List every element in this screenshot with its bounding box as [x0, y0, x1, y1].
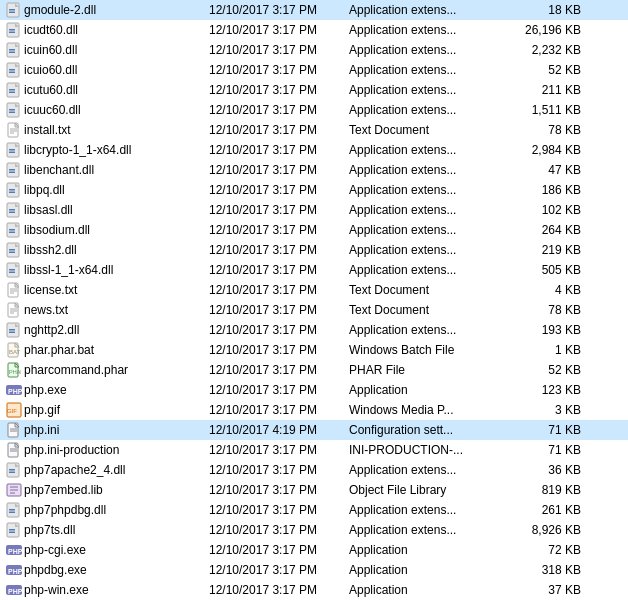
- table-row[interactable]: PHP php.exe 12/10/2017 3:17 PM Applicati…: [0, 380, 628, 400]
- table-row[interactable]: PHAR pharcommand.phar 12/10/2017 3:17 PM…: [0, 360, 628, 380]
- file-name: phar.phar.bat: [24, 343, 209, 357]
- file-name: libcrypto-1_1-x64.dll: [24, 143, 209, 157]
- svg-rect-48: [9, 232, 15, 234]
- file-date: 12/10/2017 3:17 PM: [209, 523, 349, 537]
- table-row[interactable]: PHP php-cgi.exe 12/10/2017 3:17 PM Appli…: [0, 540, 628, 560]
- table-row[interactable]: libpq.dll 12/10/2017 3:17 PM Application…: [0, 180, 628, 200]
- file-size: 78 KB: [509, 123, 589, 137]
- svg-rect-19: [9, 92, 15, 94]
- table-row[interactable]: icuio60.dll 12/10/2017 3:17 PM Applicati…: [0, 60, 628, 80]
- table-row[interactable]: php.ini 12/10/2017 4:19 PM Configuration…: [0, 420, 628, 440]
- file-size: 123 KB: [509, 383, 589, 397]
- file-size: 261 KB: [509, 503, 589, 517]
- file-icon: GIF: [4, 402, 24, 418]
- file-name: php.ini: [24, 423, 209, 437]
- file-type: Application extens...: [349, 103, 509, 117]
- table-row[interactable]: php7phpdbg.dll 12/10/2017 3:17 PM Applic…: [0, 500, 628, 520]
- file-date: 12/10/2017 3:17 PM: [209, 443, 349, 457]
- file-date: 12/10/2017 3:17 PM: [209, 463, 349, 477]
- table-row[interactable]: gmodule-2.dll 12/10/2017 3:17 PM Applica…: [0, 0, 628, 20]
- svg-rect-100: [9, 512, 15, 514]
- file-size: 102 KB: [509, 203, 589, 217]
- table-row[interactable]: icudt60.dll 12/10/2017 3:17 PM Applicati…: [0, 20, 628, 40]
- file-type: Application extens...: [349, 243, 509, 257]
- file-icon: [4, 462, 24, 478]
- file-name: gmodule-2.dll: [24, 3, 209, 17]
- table-row[interactable]: libcrypto-1_1-x64.dll 12/10/2017 3:17 PM…: [0, 140, 628, 160]
- table-row[interactable]: libenchant.dll 12/10/2017 3:17 PM Applic…: [0, 160, 628, 180]
- table-row[interactable]: libsodium.dll 12/10/2017 3:17 PM Applica…: [0, 220, 628, 240]
- file-date: 12/10/2017 3:17 PM: [209, 363, 349, 377]
- file-name: icuin60.dll: [24, 43, 209, 57]
- table-row[interactable]: icuin60.dll 12/10/2017 3:17 PM Applicati…: [0, 40, 628, 60]
- table-row[interactable]: icutu60.dll 12/10/2017 3:17 PM Applicati…: [0, 80, 628, 100]
- file-icon: [4, 162, 24, 178]
- file-name: libenchant.dll: [24, 163, 209, 177]
- table-row[interactable]: nghttp2.dll 12/10/2017 3:17 PM Applicati…: [0, 320, 628, 340]
- table-row[interactable]: php7ts.dll 12/10/2017 3:17 PM Applicatio…: [0, 520, 628, 540]
- file-date: 12/10/2017 3:17 PM: [209, 403, 349, 417]
- file-icon: BAT: [4, 342, 24, 358]
- file-icon: [4, 42, 24, 58]
- file-date: 12/10/2017 3:17 PM: [209, 103, 349, 117]
- svg-text:BAT: BAT: [9, 349, 21, 355]
- svg-rect-14: [9, 69, 15, 71]
- file-type: Application: [349, 583, 509, 597]
- table-row[interactable]: license.txt 12/10/2017 3:17 PM Text Docu…: [0, 280, 628, 300]
- file-size: 505 KB: [509, 263, 589, 277]
- file-type: Application extens...: [349, 3, 509, 17]
- file-name: php7ts.dll: [24, 523, 209, 537]
- file-icon: [4, 242, 24, 258]
- file-name: icuuc60.dll: [24, 103, 209, 117]
- svg-rect-70: [9, 332, 15, 334]
- table-row[interactable]: news.txt 12/10/2017 3:17 PM Text Documen…: [0, 300, 628, 320]
- file-size: 1 KB: [509, 343, 589, 357]
- file-size: 2,984 KB: [509, 143, 589, 157]
- file-type: Configuration sett...: [349, 423, 509, 437]
- file-size: 47 KB: [509, 163, 589, 177]
- table-row[interactable]: install.txt 12/10/2017 3:17 PM Text Docu…: [0, 120, 628, 140]
- table-row[interactable]: libsasl.dll 12/10/2017 3:17 PM Applicati…: [0, 200, 628, 220]
- file-icon: PHP: [4, 542, 24, 558]
- table-row[interactable]: GIF php.gif 12/10/2017 3:17 PM Windows M…: [0, 400, 628, 420]
- file-type: Windows Batch File: [349, 343, 509, 357]
- file-date: 12/10/2017 3:17 PM: [209, 483, 349, 497]
- file-date: 12/10/2017 3:17 PM: [209, 223, 349, 237]
- file-icon: [4, 422, 24, 438]
- file-name: libsasl.dll: [24, 203, 209, 217]
- file-icon: [4, 202, 24, 218]
- table-row[interactable]: libssl-1_1-x64.dll 12/10/2017 3:17 PM Ap…: [0, 260, 628, 280]
- table-row[interactable]: PHP php-win.exe 12/10/2017 3:17 PM Appli…: [0, 580, 628, 600]
- svg-rect-43: [9, 209, 15, 211]
- file-date: 12/10/2017 3:17 PM: [209, 243, 349, 257]
- svg-rect-56: [9, 272, 15, 274]
- table-row[interactable]: php7embed.lib 12/10/2017 3:17 PM Object …: [0, 480, 628, 500]
- svg-rect-69: [9, 329, 15, 331]
- file-size: 78 KB: [509, 303, 589, 317]
- svg-rect-47: [9, 229, 15, 231]
- file-size: 36 KB: [509, 463, 589, 477]
- file-icon: [4, 82, 24, 98]
- file-date: 12/10/2017 3:17 PM: [209, 43, 349, 57]
- file-icon: [4, 302, 24, 318]
- file-size: 37 KB: [509, 583, 589, 597]
- file-type: Application extens...: [349, 63, 509, 77]
- file-icon: PHAR: [4, 362, 24, 378]
- file-type: Application extens...: [349, 143, 509, 157]
- table-row[interactable]: icuuc60.dll 12/10/2017 3:17 PM Applicati…: [0, 100, 628, 120]
- svg-rect-103: [9, 529, 15, 531]
- table-row[interactable]: BAT phar.phar.bat 12/10/2017 3:17 PM Win…: [0, 340, 628, 360]
- svg-rect-99: [9, 509, 15, 511]
- file-icon: [4, 122, 24, 138]
- file-icon: [4, 442, 24, 458]
- file-size: 318 KB: [509, 563, 589, 577]
- svg-text:PHP: PHP: [8, 388, 22, 395]
- file-date: 12/10/2017 3:17 PM: [209, 163, 349, 177]
- table-row[interactable]: php.ini-production 12/10/2017 3:17 PM IN…: [0, 440, 628, 460]
- table-row[interactable]: php7apache2_4.dll 12/10/2017 3:17 PM App…: [0, 460, 628, 480]
- table-row[interactable]: libssh2.dll 12/10/2017 3:17 PM Applicati…: [0, 240, 628, 260]
- file-date: 12/10/2017 3:17 PM: [209, 143, 349, 157]
- file-icon: [4, 182, 24, 198]
- table-row[interactable]: PHP phpdbg.exe 12/10/2017 3:17 PM Applic…: [0, 560, 628, 580]
- file-date: 12/10/2017 3:17 PM: [209, 303, 349, 317]
